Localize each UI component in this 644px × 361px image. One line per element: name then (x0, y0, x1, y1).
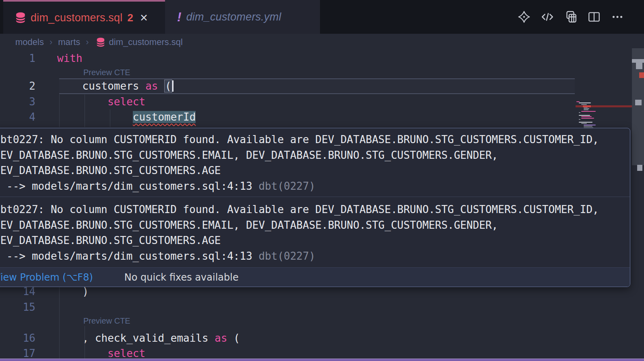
overview-ruler-mark (637, 165, 642, 171)
split-editor-icon[interactable] (587, 10, 601, 24)
line-number: 15 (0, 299, 35, 315)
database-icon (15, 12, 26, 23)
diagnostic-text: DEV_DATABASE.BRUNO.STG_CUSTOMERS.EMAIL, … (0, 217, 627, 233)
minimap-line (579, 103, 591, 103)
minimap-line (579, 122, 592, 123)
code-line[interactable]: with (57, 51, 83, 66)
diagnostic-text: DEV_DATABASE.BRUNO.STG_CUSTOMERS.AGE (0, 233, 627, 248)
breadcrumb-file[interactable]: dim_customers.sql (109, 37, 183, 47)
text-cursor (172, 80, 173, 92)
diagnostic-location: --> models/marts/dim_customers.sql:4:13 … (0, 178, 627, 194)
line-number: 3 (0, 94, 35, 110)
no-quick-fixes-label: No quick fixes available (124, 272, 239, 283)
indent-guide (85, 326, 85, 359)
file-location: --> models/marts/dim_customers.sql:4:13 (0, 180, 258, 192)
preview-cte-codelens[interactable]: Preview CTE (83, 66, 130, 79)
tab-dim-customers-yml[interactable]: ! dim_customers.yml (165, 0, 320, 34)
editor-window: dim_customers.sql 2 ✕ ! dim_customers.ym… (0, 0, 644, 361)
minimap-line (581, 118, 594, 119)
diagnostic-hover-popup: dbt0227: No column CUSTOMERID found. Ava… (0, 128, 630, 287)
dbt-power-user-icon[interactable] (517, 10, 531, 24)
indent-guide (59, 287, 60, 359)
minimap-line (576, 101, 580, 102)
minimap-line (579, 115, 590, 116)
editor-actions-toolbar (517, 0, 625, 34)
minimap-line (584, 109, 588, 110)
query-results-icon[interactable] (564, 10, 578, 24)
code-line[interactable]: customers as ( (83, 78, 173, 94)
minimap-line (579, 112, 580, 113)
diagnostic-text: DEV_DATABASE.BRUNO.STG_CUSTOMERS.EMAIL, … (0, 148, 627, 163)
minimap-line (581, 116, 592, 117)
breadcrumb-models[interactable]: models (15, 37, 44, 47)
overview-ruler-mark (639, 72, 644, 78)
chevron-right-icon: › (86, 37, 89, 47)
modified-count-badge: 2 (127, 12, 133, 24)
tab-bar: dim_customers.sql 2 ✕ ! dim_customers.ym… (0, 0, 644, 34)
overview-ruler-mark (636, 63, 642, 69)
popup-status-bar: View Problem (⌥F8) No quick fixes availa… (0, 267, 630, 287)
code-line[interactable]: select (107, 94, 145, 110)
matched-bracket: ( (164, 80, 172, 92)
code-line[interactable]: , check_valid_emails as ( (83, 330, 240, 346)
minimap-line (579, 119, 580, 120)
more-actions-icon[interactable] (610, 10, 625, 24)
minimap-line (584, 126, 592, 127)
minimap-line (581, 104, 587, 105)
database-icon (96, 37, 105, 47)
minimap-line (581, 111, 596, 112)
minimap-line (581, 123, 587, 124)
line-number: 16 (0, 330, 35, 346)
line-number: 2 (0, 78, 35, 94)
diagnostic-message: dbt0227: No column CUSTOMERID found. Ava… (0, 128, 630, 197)
tab-filename: dim_customers.sql (31, 12, 122, 24)
diagnostic-source: dbt(0227) (258, 180, 315, 192)
indent-guide (59, 94, 60, 127)
tab-filename: dim_customers.yml (186, 11, 281, 23)
close-icon[interactable]: ✕ (140, 12, 148, 24)
breadcrumb-marts[interactable]: marts (58, 37, 80, 47)
compile-sql-icon[interactable] (540, 10, 555, 24)
preview-cte-codelens[interactable]: Preview CTE (83, 315, 130, 327)
chevron-right-icon: › (50, 37, 52, 47)
window-bottom-border (0, 359, 644, 361)
minimap-error-line (576, 105, 632, 107)
tab-dim-customers-sql[interactable]: dim_customers.sql 2 ✕ (3, 0, 165, 34)
diagnostic-text: DEV_DATABASE.BRUNO.STG_CUSTOMERS.AGE (0, 163, 627, 178)
error-token: customerId (133, 111, 196, 123)
file-location: --> models/marts/dim_customers.sql:4:13 (0, 250, 258, 262)
code-line[interactable]: customerId (133, 109, 196, 125)
diagnostic-text: dbt0227: No column CUSTOMERID found. Ava… (0, 202, 627, 217)
line-number: 1 (0, 51, 35, 66)
line-number: 4 (0, 109, 35, 125)
overview-ruler-mark (635, 100, 642, 105)
indent-guide (110, 109, 110, 127)
diagnostic-source: dbt(0227) (258, 250, 315, 262)
diagnostic-text: dbt0227: No column CUSTOMERID found. Ava… (0, 132, 627, 148)
view-problem-link[interactable]: View Problem (⌥F8) (0, 272, 93, 283)
minimap-line (584, 125, 596, 125)
diagnostic-location: --> models/marts/dim_customers.sql:4:13 … (0, 248, 627, 264)
minimap-line (584, 108, 589, 109)
breadcrumb: models › marts › dim_customers.sql (0, 34, 644, 51)
warning-icon: ! (177, 10, 182, 25)
overview-ruler-mark (632, 59, 644, 63)
indent-guide (85, 94, 85, 127)
diagnostic-message: dbt0227: No column CUSTOMERID found. Ava… (0, 197, 630, 267)
